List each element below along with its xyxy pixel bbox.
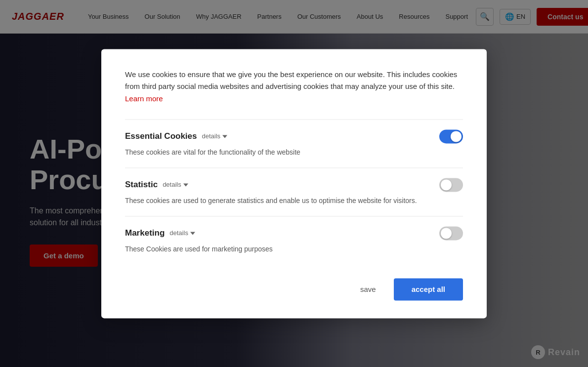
- modal-actions: save accept all: [125, 278, 463, 300]
- essential-details-button[interactable]: details: [202, 133, 228, 140]
- essential-cookies-header: Essential Cookies details: [125, 129, 463, 143]
- save-button[interactable]: save: [350, 280, 386, 298]
- statistic-cookies-desc: These cookies are used to generate stati…: [125, 196, 463, 206]
- cookie-modal: We use cookies to ensure that we give yo…: [101, 49, 487, 318]
- essential-details-label: details: [202, 133, 221, 140]
- statistic-cookies-label-group: Statistic details: [125, 180, 188, 190]
- marketing-cookies-desc: These Cookies are used for marketing pur…: [125, 244, 463, 254]
- essential-chevron-icon: [222, 135, 227, 138]
- statistic-toggle[interactable]: [439, 178, 463, 192]
- statistic-details-button[interactable]: details: [163, 181, 188, 189]
- statistic-chevron-icon: [183, 184, 188, 187]
- essential-cookies-label-group: Essential Cookies details: [125, 131, 227, 141]
- marketing-toggle[interactable]: [439, 226, 463, 240]
- essential-toggle[interactable]: [439, 129, 463, 143]
- statistic-cookies-header: Statistic details: [125, 178, 463, 192]
- marketing-cookies-title: Marketing: [125, 228, 165, 238]
- marketing-details-label: details: [169, 230, 188, 237]
- accept-all-button[interactable]: accept all: [394, 278, 463, 300]
- modal-buttons: save accept all: [350, 278, 463, 300]
- essential-cookies-title: Essential Cookies: [125, 131, 197, 141]
- essential-cookies-desc: These cookies are vital for the function…: [125, 147, 463, 158]
- modal-intro-text: We use cookies to ensure that we give yo…: [125, 69, 463, 105]
- learn-more-link[interactable]: Learn more: [125, 94, 163, 103]
- marketing-details-button[interactable]: details: [169, 230, 195, 237]
- statistic-cookies-row: Statistic details These cookies are used…: [125, 167, 463, 216]
- marketing-cookies-row: Marketing details These Cookies are used…: [125, 216, 463, 264]
- statistic-details-label: details: [163, 181, 181, 189]
- essential-cookies-row: Essential Cookies details These cookies …: [125, 119, 463, 167]
- marketing-chevron-icon: [190, 232, 195, 235]
- marketing-cookies-header: Marketing details: [125, 226, 463, 240]
- statistic-cookies-title: Statistic: [125, 180, 158, 190]
- marketing-cookies-label-group: Marketing details: [125, 228, 195, 238]
